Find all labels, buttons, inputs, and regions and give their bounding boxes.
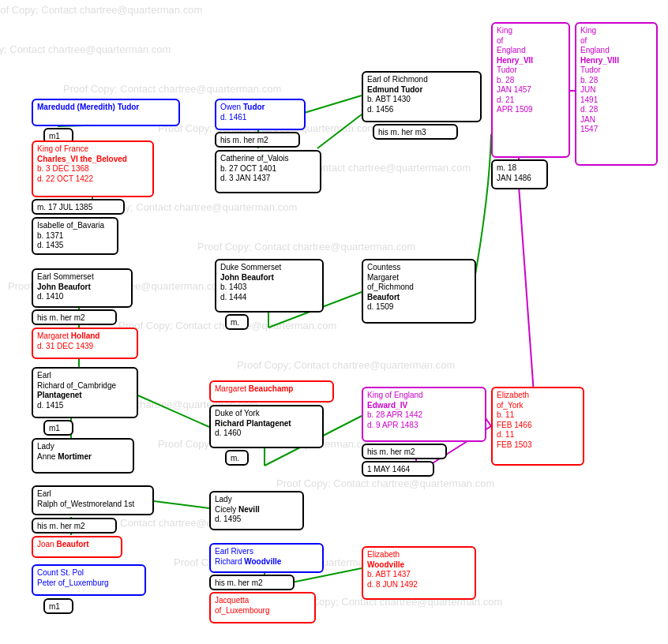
margaret-beauchamp-label: Margaret Beauchamp	[215, 384, 293, 393]
svg-line-16	[133, 393, 209, 427]
node-m1-bottom: m1	[43, 598, 73, 614]
john-beaufort-earl-label: Earl SommersetJohn Beaufortd. 1410	[37, 272, 94, 301]
edward-iv-label: King of EnglandEdward_IVb. 28 APR 1442d.…	[367, 391, 423, 429]
node-m-1385: m. 17 JUL 1385	[32, 199, 125, 215]
node-elizabeth-woodville: ElizabethWoodvilleb. ABT 1437d. 8 JUN 14…	[362, 546, 476, 600]
maredudd-label: Maredudd (Meredith) Tudor	[37, 103, 139, 111]
m-duke-label: m.	[231, 318, 239, 327]
node-duke-sommerset: Duke SommersetJohn Beaufortb. 1403d. 144…	[215, 259, 324, 313]
node-duke-york: Duke of YorkRichard Plantagenetd. 1460	[209, 405, 324, 448]
jacquetta-label: Jacquettaof_Luxembourg	[215, 596, 270, 615]
node-margaret-beauchamp: Margaret Beauchamp	[209, 380, 334, 402]
node-edmund-tudor: Earl of RichmondEdmund Tudorb. ABT 1430d…	[362, 71, 482, 122]
node-earl-richard: EarlRichard of_CambridgePlantagenetd. 14…	[32, 367, 138, 418]
node-henry-vii: KingofEnglandHenry_VIITudorb. 28JAN 1457…	[491, 22, 570, 158]
svg-line-18	[154, 501, 209, 508]
node-m-1486: m. 18JAN 1486	[491, 159, 548, 189]
node-earl-rivers: Earl RiversRichard Woodville	[209, 543, 324, 573]
watermark-7: Proof Copy; Contact chartree@quarterman.…	[197, 241, 415, 253]
node-charlesvi: King of FranceCharles_VI the_Belovedb. 3…	[32, 140, 154, 197]
catherine-label: Catherine of_Valoisb. 27 OCT 1401d. 3 JA…	[220, 154, 289, 182]
m-1486-label: m. 18JAN 1486	[497, 163, 531, 182]
m-york-label: m.	[231, 454, 239, 462]
node-m2-owen: his m. her m2	[215, 132, 300, 148]
countess-margaret-label: CountessMargaretof_RichmondBeaufortd. 15…	[367, 263, 414, 311]
m1-richard-label: m1	[49, 424, 60, 432]
m2-john-label: his m. her m2	[37, 313, 85, 322]
node-elizabeth-york: Elizabethof_Yorkb. 11FEB 1466d. 11FEB 15…	[491, 387, 584, 466]
node-countess-margaret: CountessMargaretof_RichmondBeaufortd. 15…	[362, 259, 476, 324]
node-joan-beaufort: Joan Beaufort	[32, 536, 122, 558]
node-earl-ralph: EarlRalph of_Westmoreland 1st	[32, 485, 154, 515]
duke-sommerset-label: Duke SommersetJohn Beaufortb. 1403d. 144…	[220, 263, 281, 301]
elizabeth-woodville-label: ElizabethWoodvilleb. ABT 1437d. 8 JUN 14…	[367, 550, 418, 589]
node-henry-viii: KingofEnglandHenry_VIIITudorb. 28JUN1491…	[575, 22, 658, 166]
node-john-beaufort-earl: Earl SommersetJohn Beaufortd. 1410	[32, 268, 133, 308]
m2-edward-label: his m. her m2	[367, 447, 415, 456]
node-edward-iv: King of EnglandEdward_IVb. 28 APR 1442d.…	[362, 387, 486, 442]
watermark-2: Proof Copy; Contact chartree@quarterman.…	[0, 43, 171, 55]
m-1385-label: m. 17 JUL 1385	[37, 203, 92, 212]
svg-line-0	[302, 95, 362, 114]
node-m3-edmund: his m. her m3	[373, 124, 458, 140]
node-m-york: m.	[225, 450, 249, 466]
watermark-1: Proof Copy; Contact chartree@quarterman.…	[0, 4, 202, 16]
m-1464-label: 1 MAY 1464	[367, 465, 410, 474]
node-m2-rivers: his m. her m2	[209, 575, 295, 590]
node-jacquetta: Jacquettaof_Luxembourg	[209, 592, 316, 623]
joan-beaufort-label: Joan Beaufort	[37, 540, 89, 549]
owen-tudor-label: Owen Tudord. 1461	[220, 103, 265, 122]
isabelle-label: Isabelle of_Bavariab. 1371d. 1435	[37, 221, 104, 249]
duke-york-label: Duke of YorkRichard Plantagenetd. 1460	[215, 409, 291, 437]
m2-ralph-label: his m. her m2	[37, 522, 85, 530]
henry-viii-label: KingofEnglandHenry_VIIITudorb. 28JUN1491…	[580, 26, 619, 133]
watermark-13: Proof Copy; Contact chartree@quarterman.…	[276, 477, 494, 489]
count-st-pol-label: Count St. PolPeter of_Luxemburg	[37, 568, 109, 587]
node-lady-anne: LadyAnne Mortimer	[32, 438, 134, 474]
charlesvi-label: King of FranceCharles_VI the_Belovedb. 3…	[37, 144, 127, 183]
earl-rivers-label: Earl RiversRichard Woodville	[215, 547, 281, 566]
lady-anne-label: LadyAnne Mortimer	[37, 442, 92, 461]
node-m-1464: 1 MAY 1464	[362, 461, 434, 477]
node-m2-john: his m. her m2	[32, 309, 117, 325]
margaret-holland-label: Margaret Hollandd. 31 DEC 1439	[37, 331, 99, 350]
node-margaret-holland: Margaret Hollandd. 31 DEC 1439	[32, 328, 138, 359]
node-count-st-pol: Count St. PolPeter of_Luxemburg	[32, 564, 146, 596]
m2-owen-label: his m. her m2	[220, 136, 268, 144]
node-maredudd: Maredudd (Meredith) Tudor	[32, 99, 180, 126]
edmund-tudor-label: Earl of RichmondEdmund Tudorb. ABT 1430d…	[367, 75, 428, 114]
node-m2-edward: his m. her m2	[362, 444, 447, 459]
watermark-3: Proof Copy; Contact chartree@quarterman.…	[63, 83, 281, 95]
lady-cicely-label: LadyCicely Nevilld. 1495	[215, 495, 260, 523]
node-m1-richard: m1	[43, 420, 73, 436]
node-lady-cicely: LadyCicely Nevilld. 1495	[209, 491, 304, 530]
elizabeth-york-label: Elizabethof_Yorkb. 11FEB 1466d. 11FEB 15…	[497, 391, 531, 449]
m1-bottom-label: m1	[49, 602, 60, 611]
m2-rivers-label: his m. her m2	[215, 578, 263, 587]
earl-richard-label: EarlRichard of_CambridgePlantagenetd. 14…	[37, 371, 116, 410]
svg-line-2	[317, 114, 362, 148]
node-m2-ralph: his m. her m2	[32, 518, 117, 534]
m3-edmund-label: his m. her m3	[378, 128, 426, 137]
node-isabelle: Isabelle of_Bavariab. 1371d. 1435	[32, 217, 118, 255]
earl-ralph-label: EarlRalph of_Westmoreland 1st	[37, 489, 134, 508]
henry-vii-label: KingofEnglandHenry_VIITudorb. 28JAN 1457…	[497, 26, 533, 114]
node-owen-tudor: Owen Tudord. 1461	[215, 99, 306, 130]
node-m-duke: m.	[225, 314, 249, 330]
node-catherine: Catherine of_Valoisb. 27 OCT 1401d. 3 JA…	[215, 150, 321, 193]
watermark-10: Proof Copy; Contact chartree@quarterman.…	[237, 359, 455, 371]
m1-label: m1	[49, 132, 60, 140]
